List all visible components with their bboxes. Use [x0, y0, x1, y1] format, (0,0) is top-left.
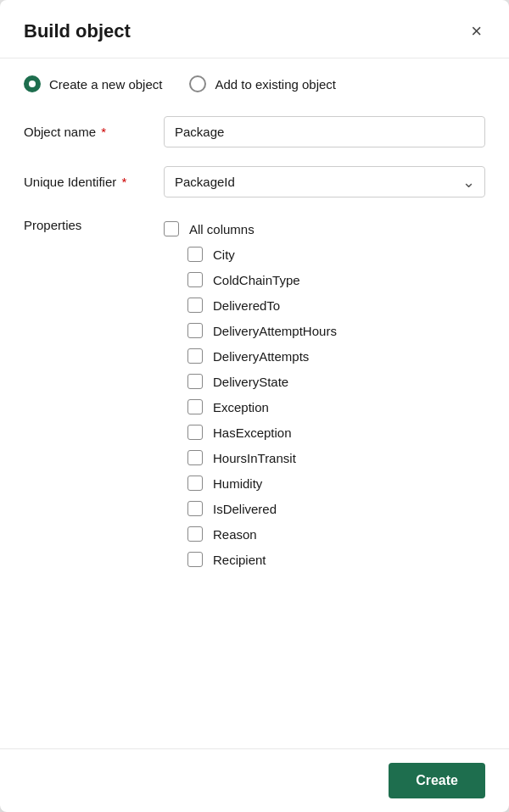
property-recipient-checkbox[interactable]: [187, 552, 203, 567]
list-item: Recipient: [164, 547, 485, 572]
create-new-label: Create a new object: [49, 77, 162, 92]
close-button[interactable]: ×: [467, 19, 485, 44]
list-item: Humidity: [164, 470, 485, 496]
property-humidity-checkbox[interactable]: [187, 476, 203, 491]
property-deliverystate-label: DeliveryState: [213, 375, 288, 389]
add-existing-label: Add to existing object: [215, 77, 336, 92]
build-object-dialog: Build object × Create a new object Add t…: [0, 0, 509, 812]
all-columns-label: All columns: [189, 222, 255, 236]
dialog-footer: Create: [0, 748, 509, 812]
property-hoursintransit-label: HoursInTransit: [213, 451, 296, 465]
property-city-label: City: [213, 247, 235, 262]
property-hasexception-checkbox[interactable]: [187, 425, 203, 440]
object-name-row: Object name *: [24, 116, 485, 147]
property-deliverystate-checkbox[interactable]: [187, 374, 203, 389]
list-item: DeliveryAttemptHours: [164, 318, 485, 343]
list-item: DeliveryState: [164, 369, 485, 394]
unique-identifier-select-wrapper: PackageId City ColdChainType ⌄: [164, 166, 485, 197]
property-city-checkbox[interactable]: [187, 247, 203, 262]
property-humidity-label: Humidity: [213, 476, 262, 491]
unique-identifier-select[interactable]: PackageId City ColdChainType: [164, 166, 485, 197]
unique-identifier-row: Unique Identifier * PackageId City ColdC…: [24, 166, 485, 197]
list-item: IsDelivered: [164, 496, 485, 521]
properties-label: Properties: [24, 216, 164, 232]
add-existing-option[interactable]: Add to existing object: [189, 75, 336, 92]
property-hasexception-label: HasException: [213, 425, 292, 440]
object-name-required: *: [98, 125, 106, 139]
property-deliveryattempts-checkbox[interactable]: [187, 348, 203, 364]
property-recipient-label: Recipient: [213, 553, 266, 567]
property-exception-label: Exception: [213, 400, 269, 414]
create-new-radio[interactable]: [24, 75, 41, 92]
property-deliveryattempthours-label: DeliveryAttemptHours: [213, 324, 337, 338]
dialog-content: Create a new object Add to existing obje…: [0, 58, 509, 748]
list-item: DeliveredTo: [164, 292, 485, 318]
object-name-label: Object name *: [24, 125, 164, 139]
property-deliveredto-label: DeliveredTo: [213, 298, 280, 313]
add-existing-radio[interactable]: [189, 75, 206, 92]
list-item: Exception: [164, 394, 485, 420]
list-item: HasException: [164, 420, 485, 445]
properties-list: All columns City ColdChainType Delivered…: [164, 216, 485, 572]
list-item: HoursInTransit: [164, 445, 485, 470]
create-new-option[interactable]: Create a new object: [24, 75, 162, 92]
property-exception-checkbox[interactable]: [187, 399, 203, 414]
list-item: Reason: [164, 521, 485, 547]
dialog-title: Build object: [24, 20, 131, 42]
unique-identifier-label: Unique Identifier *: [24, 175, 164, 189]
all-columns-checkbox[interactable]: [164, 221, 179, 236]
property-isdelivered-label: IsDelivered: [213, 502, 277, 516]
object-name-input[interactable]: [164, 116, 485, 147]
property-deliveryattempthours-checkbox[interactable]: [187, 323, 203, 338]
property-reason-checkbox[interactable]: [187, 526, 203, 542]
property-deliveredto-checkbox[interactable]: [187, 298, 203, 313]
property-reason-label: Reason: [213, 527, 257, 542]
radio-group: Create a new object Add to existing obje…: [24, 75, 485, 92]
property-coldchaintype-checkbox[interactable]: [187, 272, 203, 287]
property-deliveryattempts-label: DeliveryAttempts: [213, 349, 309, 364]
property-isdelivered-checkbox[interactable]: [187, 501, 203, 516]
property-hoursintransit-checkbox[interactable]: [187, 450, 203, 465]
properties-section: Properties All columns City ColdChainTyp…: [24, 216, 485, 572]
unique-identifier-required: *: [118, 175, 126, 189]
all-columns-row: All columns: [164, 216, 485, 242]
property-coldchaintype-label: ColdChainType: [213, 273, 300, 287]
list-item: DeliveryAttempts: [164, 343, 485, 369]
list-item: City: [164, 242, 485, 267]
dialog-header: Build object ×: [0, 0, 509, 58]
create-button[interactable]: Create: [389, 763, 485, 798]
list-item: ColdChainType: [164, 267, 485, 292]
